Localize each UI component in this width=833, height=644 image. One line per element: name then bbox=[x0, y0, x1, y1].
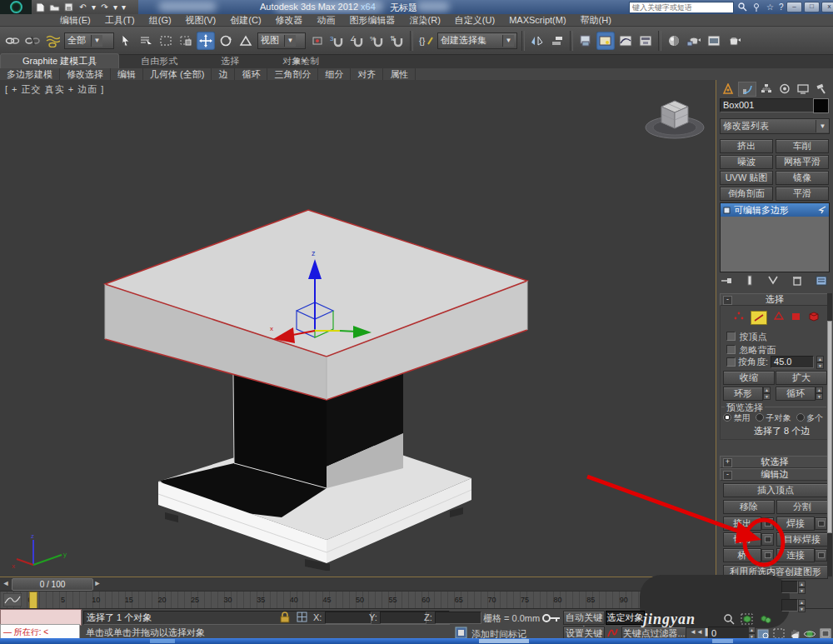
time-slider-track[interactable] bbox=[0, 577, 716, 592]
ribbon-panel-6[interactable]: 三角剖分 bbox=[267, 68, 318, 80]
ring-button[interactable]: 环形 bbox=[723, 387, 763, 401]
edge-subobject-icon-active[interactable] bbox=[751, 311, 767, 325]
save-file-icon[interactable] bbox=[63, 2, 74, 12]
menu-item-6[interactable]: 动画 bbox=[317, 14, 336, 27]
create-tab-icon[interactable] bbox=[720, 82, 736, 95]
utilities-tab-icon[interactable] bbox=[813, 82, 830, 95]
curve-editor-icon[interactable] bbox=[616, 32, 635, 50]
polygon-subobject-icon[interactable] bbox=[791, 310, 801, 325]
weld-settings-button[interactable] bbox=[815, 517, 827, 530]
close-button[interactable]: x bbox=[821, 2, 833, 12]
configure-modifier-sets-icon[interactable] bbox=[816, 274, 828, 289]
auto-key-button[interactable]: 自动关键点 bbox=[563, 611, 605, 625]
align-icon[interactable] bbox=[548, 32, 566, 50]
extrude-button[interactable]: 挤出 bbox=[723, 517, 761, 531]
ribbon-tab-0[interactable]: Graphite 建模工具 bbox=[0, 53, 119, 68]
modifier-shortcut-1[interactable]: 车削 bbox=[776, 139, 829, 153]
ribbon-panel-4[interactable]: 边 bbox=[212, 68, 235, 80]
y-coordinate-field[interactable] bbox=[380, 612, 426, 624]
menu-item-4[interactable]: 创建(C) bbox=[230, 14, 261, 27]
graphite-ribbon-toggle-icon[interactable] bbox=[596, 32, 615, 50]
ribbon-tab-2[interactable]: 选择 bbox=[199, 54, 261, 68]
schematic-view-icon[interactable] bbox=[636, 32, 655, 50]
target-weld-button[interactable]: 目标焊接 bbox=[776, 532, 828, 547]
minimize-button[interactable]: – bbox=[786, 2, 802, 12]
ring-spinner[interactable]: ▲▼ bbox=[763, 387, 771, 399]
caddy-spinner[interactable]: ▲▼ bbox=[781, 581, 806, 593]
select-and-scale-icon[interactable] bbox=[237, 32, 255, 50]
caddy-spinner[interactable]: ▲▼ bbox=[781, 599, 806, 612]
chamfer-button[interactable]: 切角 bbox=[723, 532, 761, 547]
menu-item-8[interactable]: 渲染(R) bbox=[410, 14, 441, 27]
connect-button[interactable]: 连接 bbox=[776, 548, 815, 562]
make-unique-icon[interactable] bbox=[767, 274, 779, 289]
modifier-shortcut-0[interactable]: 挤出 bbox=[720, 139, 773, 153]
undo-icon[interactable]: ↶ bbox=[77, 2, 88, 12]
by-angle-checkbox[interactable] bbox=[726, 357, 736, 367]
mini-curve-editor-icon[interactable] bbox=[3, 593, 22, 610]
help-icon[interactable]: ? bbox=[779, 2, 784, 13]
reference-coordinate-dropdown[interactable]: 视图▼ bbox=[257, 32, 306, 49]
ribbon-minimize-icon[interactable]: ▣ ▾ bbox=[293, 57, 307, 65]
motion-tab-icon[interactable] bbox=[776, 82, 793, 95]
snaps-toggle-icon[interactable]: 3 bbox=[328, 32, 347, 50]
bridge-settings-button[interactable] bbox=[761, 549, 774, 562]
menu-item-0[interactable]: 编辑(E) bbox=[60, 14, 91, 27]
preview-disable-radio[interactable]: 禁用 bbox=[723, 412, 751, 424]
modifier-shortcut-6[interactable]: 倒角剖面 bbox=[720, 187, 773, 201]
show-end-result-icon[interactable] bbox=[746, 274, 753, 289]
object-name-field[interactable]: Box001 bbox=[720, 98, 815, 112]
modifier-list-dropdown[interactable]: 修改器列表 ▼ bbox=[720, 118, 830, 134]
zoom-extents-icon[interactable] bbox=[740, 612, 754, 625]
select-and-rotate-icon[interactable] bbox=[217, 32, 235, 50]
angle-snap-icon[interactable]: ∠ bbox=[348, 32, 367, 50]
menu-item-9[interactable]: 自定义(U) bbox=[455, 14, 495, 27]
ignore-backfacing-checkbox[interactable] bbox=[726, 345, 736, 354]
menu-item-3[interactable]: 视图(V) bbox=[186, 14, 217, 27]
connect-settings-button[interactable] bbox=[815, 549, 827, 562]
render-production-icon[interactable] bbox=[725, 32, 743, 50]
hierarchy-tab-icon[interactable] bbox=[758, 82, 775, 95]
modifier-shortcut-5[interactable]: 镜像 bbox=[776, 171, 829, 185]
qat-options-icon[interactable]: ▾ bbox=[121, 2, 127, 12]
favorites-star-icon[interactable]: ☆ bbox=[766, 2, 774, 13]
time-spinner[interactable]: ▲▼ bbox=[748, 627, 756, 639]
rollout-selection[interactable]: -选择 bbox=[720, 293, 830, 306]
select-object-icon[interactable] bbox=[117, 32, 135, 50]
absolute-mode-icon[interactable] bbox=[296, 611, 308, 627]
ribbon-panel-2[interactable]: 编辑 bbox=[111, 68, 143, 80]
modify-tab-icon[interactable] bbox=[738, 82, 756, 97]
menu-item-1[interactable]: 工具(T) bbox=[105, 14, 135, 27]
rollout-edit-edges[interactable]: -编辑边 bbox=[720, 468, 830, 481]
viewport-label[interactable]: [ + 正交 真实 + 边面 ] bbox=[5, 83, 104, 96]
object-color-swatch[interactable] bbox=[813, 98, 829, 113]
shrink-button[interactable]: 收缩 bbox=[723, 371, 775, 385]
macro-recorder-field[interactable] bbox=[0, 609, 82, 626]
vertex-subobject-icon[interactable] bbox=[733, 310, 745, 325]
search-input[interactable] bbox=[629, 2, 734, 13]
go-to-start-icon[interactable]: ◄◄▐ bbox=[690, 628, 708, 636]
menu-item-10[interactable]: MAXScript(M) bbox=[509, 15, 566, 25]
modifier-stack[interactable]: 可编辑多边形 bbox=[720, 202, 830, 272]
bind-to-space-warp-icon[interactable] bbox=[43, 32, 62, 50]
ribbon-panel-1[interactable]: 修改选择 bbox=[60, 68, 111, 80]
extrude-settings-button[interactable] bbox=[761, 517, 774, 530]
menu-item-5[interactable]: 修改器 bbox=[276, 14, 303, 27]
menu-item-11[interactable]: 帮助(H) bbox=[581, 14, 611, 27]
loop-button[interactable]: 循环 bbox=[776, 387, 816, 401]
unlink-selection-icon[interactable] bbox=[23, 32, 42, 50]
z-coordinate-field[interactable] bbox=[435, 612, 481, 624]
search-icon[interactable] bbox=[738, 2, 747, 13]
viewcube[interactable] bbox=[635, 88, 715, 143]
modifier-shortcut-4[interactable]: UVW 贴图 bbox=[720, 171, 773, 185]
zoom-icon[interactable] bbox=[721, 612, 736, 625]
pin-stack-icon[interactable] bbox=[720, 274, 733, 289]
selection-filter-dropdown[interactable]: 全部▼ bbox=[64, 32, 114, 49]
x-coordinate-field[interactable] bbox=[325, 612, 372, 624]
weld-button[interactable]: 焊接 bbox=[776, 517, 815, 531]
redo-dropdown-icon[interactable]: ▾ bbox=[113, 2, 117, 12]
selection-lock-icon[interactable] bbox=[279, 611, 291, 627]
frame-back-arrow[interactable]: ◄ bbox=[2, 578, 10, 589]
rendered-frame-window-icon[interactable] bbox=[705, 32, 723, 50]
display-tab-icon[interactable] bbox=[795, 82, 811, 95]
